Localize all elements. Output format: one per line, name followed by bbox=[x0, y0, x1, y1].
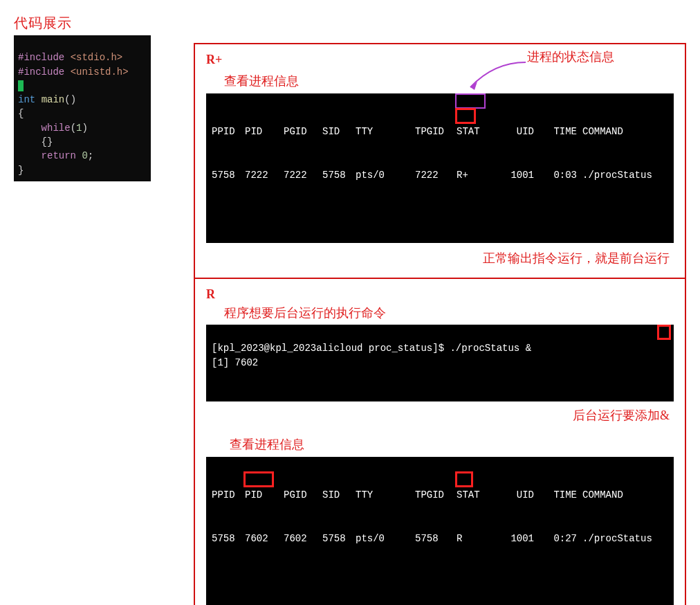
val-stat: R bbox=[457, 532, 491, 546]
col-tpgid: TPGID bbox=[415, 488, 457, 503]
col-time: TIME bbox=[534, 488, 577, 503]
highlight-stat-value bbox=[455, 108, 476, 124]
val-pid: 7602 bbox=[245, 532, 284, 546]
val-pgid: 7222 bbox=[284, 168, 322, 183]
code-token: { bbox=[18, 108, 24, 119]
code-token: int bbox=[18, 94, 35, 105]
code-token: main bbox=[42, 94, 65, 105]
code-token: ; bbox=[88, 150, 93, 161]
code-token: #include bbox=[18, 66, 71, 78]
col-cmd: COMMAND bbox=[577, 488, 623, 503]
code-token bbox=[35, 94, 41, 105]
col-stat: STAT bbox=[457, 488, 491, 503]
term-line: [kpl_2023@kpl_2023alicloud proc_status]$… bbox=[212, 343, 531, 354]
col-cmd: COMMAND bbox=[577, 125, 623, 139]
col-pid: PID bbox=[245, 488, 284, 503]
panel-r: R 程序想要后台运行的执行命令 [kpl_2023@kpl_2023aliclo… bbox=[195, 279, 685, 605]
terminal-bg-cmd: [kpl_2023@kpl_2023alicloud proc_status]$… bbox=[206, 325, 674, 401]
col-pgid: PGID bbox=[284, 488, 322, 503]
col-ppid: PPID bbox=[212, 125, 245, 139]
tag-r: R bbox=[206, 287, 674, 302]
val-tty: pts/0 bbox=[356, 532, 415, 546]
view-process-label-2: 查看进程信息 bbox=[230, 436, 674, 453]
table-header: PPIDPIDPGIDSIDTTYTPGIDSTATUIDTIMECOMMAND bbox=[212, 488, 668, 503]
code-token bbox=[18, 123, 42, 134]
col-sid: SID bbox=[322, 125, 356, 139]
code-token: ) bbox=[82, 123, 87, 134]
bg-append-note: 后台运行要添加& bbox=[206, 407, 670, 424]
code-token: #include bbox=[18, 52, 71, 63]
highlight-ampersand bbox=[657, 325, 671, 340]
val-sid: 5758 bbox=[322, 532, 356, 546]
col-sid: SID bbox=[322, 488, 356, 503]
panel-rplus: R+ 进程的状态信息 查看进程信息 PPIDPIDPGIDSIDTTYTPGID… bbox=[195, 44, 685, 278]
val-time: 0:03 bbox=[534, 168, 577, 183]
col-uid: UID bbox=[491, 125, 534, 139]
view-process-label: 查看进程信息 bbox=[224, 73, 674, 89]
val-pgid: 7602 bbox=[284, 532, 322, 546]
code-token: () bbox=[64, 94, 76, 105]
col-ppid: PPID bbox=[212, 488, 245, 503]
code-token: {} bbox=[18, 136, 53, 147]
col-tty: TTY bbox=[356, 488, 415, 503]
code-title: 代码展示 bbox=[14, 14, 686, 33]
col-stat: STAT bbox=[457, 125, 491, 139]
val-cmd: ./procStatus bbox=[577, 168, 652, 183]
table-row: 5758722272225758pts/07222R+10010:03./pro… bbox=[212, 168, 668, 183]
code-token: <stdio.h> bbox=[71, 52, 123, 63]
highlight-pid bbox=[243, 471, 274, 487]
code-block: #include <stdio.h> #include <unistd.h> i… bbox=[14, 35, 151, 181]
info-panel: R+ 进程的状态信息 查看进程信息 PPIDPIDPGIDSIDTTYTPGID… bbox=[194, 43, 686, 605]
code-token: ( bbox=[71, 123, 76, 134]
col-tpgid: TPGID bbox=[415, 125, 457, 139]
terminal-rplus: PPIDPIDPGIDSIDTTYTPGIDSTATUIDTIMECOMMAND… bbox=[206, 93, 674, 243]
code-token: <unistd.h> bbox=[71, 66, 129, 78]
col-tty: TTY bbox=[356, 125, 415, 139]
col-time: TIME bbox=[534, 125, 577, 139]
val-tty: pts/0 bbox=[356, 168, 415, 183]
col-pgid: PGID bbox=[284, 125, 322, 139]
code-token bbox=[18, 150, 42, 161]
code-token: return bbox=[42, 150, 76, 161]
table-header: PPIDPIDPGIDSIDTTYTPGIDSTATUIDTIMECOMMAND bbox=[212, 125, 668, 139]
val-tpgid: 5758 bbox=[415, 532, 457, 546]
highlight-stat-header bbox=[455, 93, 486, 109]
highlight-stat-r bbox=[455, 471, 473, 487]
val-cmd: ./procStatus bbox=[577, 532, 652, 546]
code-token: 0 bbox=[82, 150, 87, 161]
foreground-note: 正常输出指令运行，就是前台运行 bbox=[206, 250, 670, 267]
val-time: 0:27 bbox=[534, 532, 577, 546]
val-tpgid: 7222 bbox=[415, 168, 457, 183]
cursor-icon bbox=[18, 80, 24, 91]
val-pid: 7222 bbox=[245, 168, 284, 183]
val-sid: 5758 bbox=[322, 168, 356, 183]
status-label: 进程的状态信息 bbox=[527, 48, 614, 65]
val-stat: R+ bbox=[457, 168, 491, 183]
code-token: } bbox=[18, 165, 24, 176]
col-uid: UID bbox=[491, 488, 534, 503]
val-uid: 1001 bbox=[491, 532, 534, 546]
col-pid: PID bbox=[245, 125, 284, 139]
val-ppid: 5758 bbox=[212, 532, 245, 546]
term-line: [1] 7602 bbox=[212, 357, 258, 368]
bg-cmd-label: 程序想要后台运行的执行命令 bbox=[224, 305, 674, 321]
terminal-r: PPIDPIDPGIDSIDTTYTPGIDSTATUIDTIMECOMMAND… bbox=[206, 457, 674, 605]
val-uid: 1001 bbox=[491, 168, 534, 183]
val-ppid: 5758 bbox=[212, 168, 245, 183]
table-row: 5758760276025758pts/05758R10010:27./proc… bbox=[212, 532, 668, 546]
code-token: while bbox=[42, 123, 71, 134]
